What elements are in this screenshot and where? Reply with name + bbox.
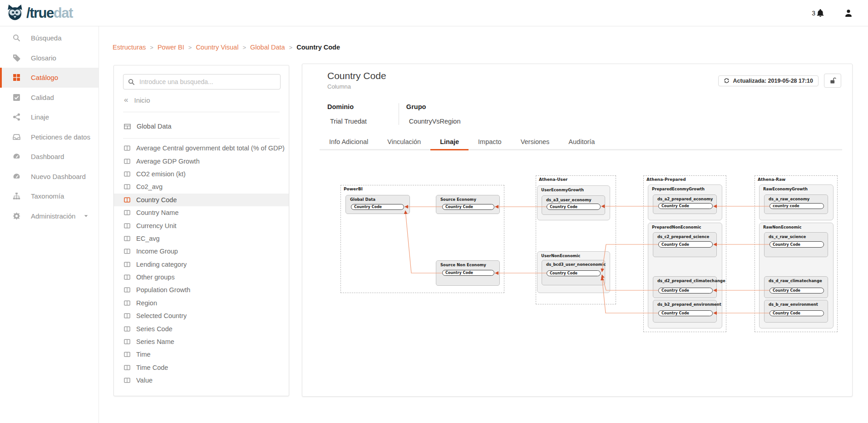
sidebar-item-administraci-n[interactable]: Administración [0,206,99,226]
parent-structure-item[interactable]: Global Data [124,118,172,134]
lineage-dataset-ds-a3-user-economy-label: ds_a3_user_economy [546,198,592,202]
list-item-country-name[interactable]: Country Name [114,206,289,219]
list-item-average-gdp-growth[interactable]: Average GDP Growth [114,154,289,167]
meta-section: Dominio Trial Truedat Grupo CountryVsReg… [327,103,493,125]
lineage-dataset-ds-d-raw-climatechange-label: ds_d_raw_climatechange [769,279,822,283]
refresh-icon [724,78,730,84]
notifications-button[interactable]: 3 [812,9,824,17]
sidebar-item-dashboard[interactable]: Dashboard [0,147,99,167]
structure-search-input[interactable] [139,78,276,85]
list-item-label: Other groups [136,274,175,281]
list-item-value[interactable]: Value [114,374,289,387]
header-actions: Actualizada: 2019-05-28 17:10 [718,74,841,88]
lineage-group-athena-user-label: Athena-User [539,177,567,182]
sidebar-item-label: Nuevo Dashboard [31,173,86,180]
list-item-lending-category[interactable]: Lending category [114,258,289,271]
lineage-dataset-ds-d-raw-climatechange[interactable]: ds_d_raw_climatechange [764,276,828,298]
divider [123,112,280,112]
back-to-home[interactable]: « Inicio [124,95,150,105]
list-item-income-group[interactable]: Income Group [114,245,289,258]
sidebar-item-label: Calidad [31,94,54,101]
app-root: /truedat 3 BúsquedaGlosarioCatálogoCalid… [0,0,868,423]
column-icon [124,300,130,306]
grupo-label: Grupo [406,103,461,110]
list-item-region[interactable]: Region [114,297,289,309]
breadcrumb-link[interactable]: Country Visual [196,44,238,51]
grupo-value: CountryVsRegion [406,118,461,125]
sidebar-item-nuevo-dashboard[interactable]: Nuevo Dashboard [0,167,99,187]
list-item-series-code[interactable]: Series Code [114,322,289,335]
list-item-time-code[interactable]: Time Code [114,361,289,374]
lineage-field-pill[interactable]: Country Code [547,204,601,210]
tab-linaje[interactable]: Linaje [430,134,469,150]
notification-count: 3 [812,10,815,17]
tab-info-adicional[interactable]: Info Adicional [320,134,378,150]
sidebar-item-label: Búsqueda [31,34,62,42]
lineage-dataset-ds-bcd3-user-noneconomic-label: ds_bcd3_user_noneconomic [546,262,606,267]
updated-button[interactable]: Actualizada: 2019-05-28 17:10 [718,75,819,86]
lineage-field-pill[interactable]: Country Code [351,204,404,210]
sidebar-item-taxonom-a[interactable]: Taxonomía [0,186,99,206]
lineage-field-pill[interactable]: Country Code [658,288,713,294]
lineage-field-pill[interactable]: Country Code [658,203,713,209]
owl-icon [6,4,25,23]
truedat-logo[interactable]: /truedat [6,4,73,23]
lineage-subgroup-preparedeconmygrowth-label: PreparedEconmyGrowth [652,187,705,191]
double-chevron-left-icon: « [124,95,128,105]
list-item-time[interactable]: Time [114,348,289,361]
user-icon[interactable] [844,9,853,17]
sidebar-item-label: Administración [31,212,75,220]
breadcrumb-link[interactable]: Global Data [250,44,285,51]
updated-label: Actualizada: 2019-05-28 17:10 [733,78,813,84]
unlock-button[interactable] [824,74,841,88]
sidebar-item-linaje[interactable]: Linaje [0,107,99,127]
list-item-label: Country Name [136,209,178,216]
tab-impacto[interactable]: Impacto [469,134,511,150]
lineage-field-pill[interactable]: Country Code [769,241,824,248]
tag-icon [13,54,20,62]
inbox-icon [13,133,20,141]
list-item-average-central-government-debt-total-of-gdp-[interactable]: Average Central government debt total (%… [114,142,289,154]
lineage-field-pill[interactable]: Country Code [658,241,713,248]
breadcrumb-link[interactable]: Estructuras [113,44,146,51]
lineage-field-pill[interactable]: country code [769,203,824,209]
search-icon [13,34,20,42]
lineage-field-pill[interactable]: Country Code [547,270,601,276]
list-item-ec-avg[interactable]: EC_avg [114,232,289,245]
tab-auditor-a[interactable]: Auditoría [559,134,604,150]
breadcrumb-link[interactable]: Power BI [158,44,184,51]
column-icon [124,351,130,358]
lineage-dataset-ds-d2-prepared-climatechange[interactable]: ds_d2_prepared_climatechange [653,276,717,298]
lineage-field-pill[interactable]: Country Code [442,270,494,276]
tab-vinculaci-n[interactable]: Vinculación [378,134,430,150]
sidebar-item-calidad[interactable]: Calidad [0,88,99,108]
list-item-currency-unit[interactable]: Currency Unit [114,219,289,232]
column-icon [124,313,130,319]
lineage-field-pill[interactable]: Country Code [442,204,494,210]
list-item-label: Average Central government debt total (%… [136,144,285,152]
list-item-other-groups[interactable]: Other groups [114,271,289,284]
sidebar-item-peticiones-de-datos[interactable]: Peticiones de datos [0,127,99,147]
lineage-field-pill[interactable]: Country Code [769,288,824,294]
sidebar-item-b-squeda[interactable]: Búsqueda [0,28,99,48]
list-item-population-growth[interactable]: Population Growth [114,284,289,296]
page-subtitle: Columna [327,83,351,90]
list-item-selected-country[interactable]: Selected Country [114,309,289,322]
tab-versiones[interactable]: Versiones [511,134,559,150]
structure-panel: « Inicio Global Data Average Central gov… [113,65,289,396]
list-item-co2-emision-kt-[interactable]: CO2 emision (kt) [114,168,289,180]
column-icon [124,223,130,229]
list-item-label: Region [136,299,157,307]
list-item-co2-avg[interactable]: Co2_avg [114,180,289,193]
lineage-dataset-ds-b-raw-environment-label: ds_b_raw_environment [769,302,818,307]
lineage-field-pill[interactable]: Country Code [769,310,824,316]
lineage-dataset-ds-b2-prepared-environment-label: ds_b2_prepared_environment [657,302,721,307]
divider [123,138,280,139]
list-item-country-code[interactable]: Country Code [114,194,289,206]
lineage-group-athena-prepared-label: Athena-Prepared [646,177,686,182]
list-item-series-name[interactable]: Series Name [114,335,289,348]
sidebar-item-glosario[interactable]: Glosario [0,48,99,68]
sidebar-item-cat-logo[interactable]: Catálogo [0,68,99,88]
lineage-field-pill[interactable]: Country Code [658,310,713,316]
check-square-icon [13,94,20,101]
